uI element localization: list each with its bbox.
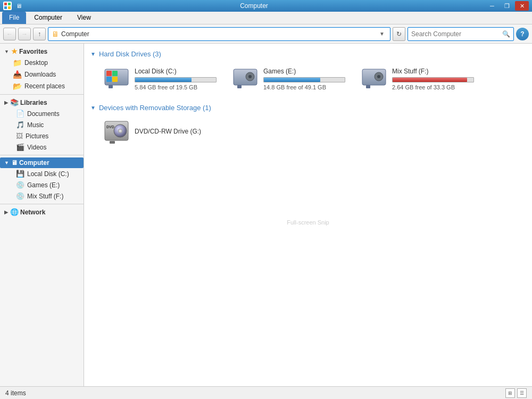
svg-rect-0 <box>4 3 7 5</box>
downloads-label: Downloads <box>24 71 56 78</box>
games-e-name: Games (E:) <box>263 68 345 75</box>
drive-mix-stuff-f[interactable]: Mix Stuff (F:) 2.64 GB free of 33.3 GB <box>356 62 479 95</box>
view-details-button[interactable]: ☰ <box>517 388 527 398</box>
content-area: ▼ Hard Disk Drives (3) <box>84 44 532 386</box>
hard-disk-section-label: Hard Disk Drives (3) <box>99 50 161 58</box>
removable-section-label: Devices with Removable Storage (1) <box>99 104 211 112</box>
address-dropdown-arrow[interactable]: ▼ <box>377 31 387 37</box>
svg-rect-3 <box>8 6 11 9</box>
mix-stuff-f-bar-wrap <box>392 77 474 82</box>
removable-section-header[interactable]: ▼ Devices with Removable Storage (1) <box>90 104 526 112</box>
items-count: 4 items <box>5 389 26 397</box>
search-input[interactable] <box>411 30 502 38</box>
mix-stuff-f-info: Mix Stuff (F:) 2.64 GB free of 33.3 GB <box>392 68 474 90</box>
mix-stuff-f-icon-wrap <box>361 66 387 92</box>
sidebar-item-games-e[interactable]: 💿 Games (E:) <box>0 179 84 190</box>
status-view-controls: ⊞ ☰ <box>505 388 527 398</box>
documents-icon: 📄 <box>16 110 24 118</box>
computer-caret: ▼ <box>4 160 9 165</box>
back-button[interactable]: ← <box>3 28 16 40</box>
ribbon-tabs: File Computer View <box>0 12 532 24</box>
svg-point-12 <box>248 75 252 78</box>
address-bar: ← → ↑ 🖥 Computer ▼ ↻ 🔍 ? <box>0 24 532 44</box>
address-input-wrap[interactable]: 🖥 Computer ▼ <box>48 27 390 41</box>
sidebar-item-downloads[interactable]: 📥 Downloads <box>0 69 84 80</box>
sidebar-item-desktop[interactable]: 📁 Desktop <box>0 57 84 69</box>
computer-icon: 🖥 <box>11 159 18 167</box>
dvd-g-name: DVD/CD-RW Drive (G:) <box>135 128 217 135</box>
desktop-label: Desktop <box>24 59 48 66</box>
local-disk-c-icon: 💾 <box>16 170 24 178</box>
help-button[interactable]: ? <box>516 28 529 40</box>
tab-file[interactable]: File <box>2 12 26 24</box>
sidebar-item-recent-places[interactable]: 📂 Recent places <box>0 80 84 92</box>
sidebar-item-local-disk-c[interactable]: 💾 Local Disk (C:) <box>0 168 84 179</box>
mix-stuff-f-free: 2.64 GB free of 33.3 GB <box>392 84 474 90</box>
refresh-button[interactable]: ↻ <box>393 27 405 41</box>
local-disk-c-bar-wrap <box>135 77 217 82</box>
sidebar-section-computer[interactable]: ▼ 🖥 Computer <box>0 157 84 168</box>
mix-stuff-f-bar <box>393 78 467 82</box>
libraries-label: Libraries <box>20 99 47 106</box>
svg-rect-6 <box>112 71 118 76</box>
music-label: Music <box>27 121 44 129</box>
svg-rect-23 <box>110 141 115 144</box>
sidebar-item-pictures[interactable]: 🖼 Pictures <box>0 130 84 142</box>
local-disk-c-bar <box>135 78 192 82</box>
computer-label: Computer <box>19 159 49 167</box>
videos-icon: 🎬 <box>16 143 24 151</box>
svg-rect-8 <box>112 77 118 82</box>
hdd-c-svg <box>104 68 129 89</box>
local-disk-c-label: Local Disk (C:) <box>27 170 69 178</box>
favorites-caret: ▼ <box>4 49 9 54</box>
drive-dvd-g[interactable]: DVD DVD/CD-RW Drive (G:) <box>99 116 221 149</box>
mix-stuff-f-name: Mix Stuff (F:) <box>392 68 474 75</box>
local-disk-c-info: Local Disk (C:) 5.84 GB free of 19.5 GB <box>135 68 217 90</box>
documents-label: Documents <box>27 110 60 118</box>
drive-games-e[interactable]: Games (E:) 14.8 GB free of 49.1 GB <box>228 62 350 95</box>
local-disk-c-icon-wrap <box>104 66 129 92</box>
hdd-e-svg <box>233 68 257 89</box>
address-path: Computer <box>61 30 377 38</box>
videos-label: Videos <box>27 144 46 151</box>
mix-stuff-f-icon: 💿 <box>16 192 24 200</box>
drive-local-disk-c[interactable]: Local Disk (C:) 5.84 GB free of 19.5 GB <box>99 62 221 95</box>
sidebar-section-favorites[interactable]: ▼ ★ Favorites <box>0 46 84 57</box>
dvd-svg: DVD <box>104 121 129 144</box>
window-icon <box>3 2 12 10</box>
favorites-label: Favorites <box>19 48 47 55</box>
tab-computer[interactable]: Computer <box>27 11 69 24</box>
restore-button[interactable]: ❐ <box>500 1 514 11</box>
sidebar-item-music[interactable]: 🎵 Music <box>0 119 84 130</box>
status-bar: 4 items ⊞ ☰ <box>0 386 532 399</box>
pictures-icon: 🖼 <box>16 132 23 140</box>
removable-arrow: ▼ <box>90 105 96 111</box>
title-bar: 🖥 Computer ─ ❐ ✕ <box>0 0 532 12</box>
tab-view[interactable]: View <box>70 11 98 24</box>
svg-rect-17 <box>366 85 370 88</box>
sidebar-item-mix-stuff-f[interactable]: 💿 Mix Stuff (F:) <box>0 190 84 202</box>
minimize-button[interactable]: ─ <box>485 1 499 11</box>
dvd-g-info: DVD/CD-RW Drive (G:) <box>135 128 217 137</box>
svg-rect-5 <box>106 71 112 76</box>
desktop-folder-icon: 📁 <box>13 59 22 67</box>
local-disk-c-free: 5.84 GB free of 19.5 GB <box>135 84 217 90</box>
games-e-bar-wrap <box>263 77 345 82</box>
downloads-folder-icon: 📥 <box>13 70 22 79</box>
sidebar-section-libraries[interactable]: ▶ 📚 Libraries <box>0 97 84 108</box>
svg-rect-13 <box>237 85 242 88</box>
window-title: Computer <box>23 2 485 10</box>
music-icon: 🎵 <box>16 121 24 129</box>
sidebar-section-network[interactable]: ▶ 🌐 Network <box>0 206 84 218</box>
search-box[interactable]: 🔍 <box>408 27 514 41</box>
hard-disk-section-header[interactable]: ▼ Hard Disk Drives (3) <box>90 50 526 58</box>
removable-drives-grid: DVD DVD/CD-RW Drive (G:) <box>90 116 526 149</box>
local-disk-c-name: Local Disk (C:) <box>135 68 217 75</box>
main-layout: ▼ ★ Favorites 📁 Desktop 📥 Downloads 📂 Re… <box>0 44 532 386</box>
view-large-icon-button[interactable]: ⊞ <box>505 388 515 398</box>
up-button[interactable]: ↑ <box>33 28 46 40</box>
sidebar-item-videos[interactable]: 🎬 Videos <box>0 142 84 153</box>
forward-button[interactable]: → <box>18 28 31 40</box>
close-button[interactable]: ✕ <box>515 1 529 11</box>
sidebar-item-documents[interactable]: 📄 Documents <box>0 108 84 119</box>
